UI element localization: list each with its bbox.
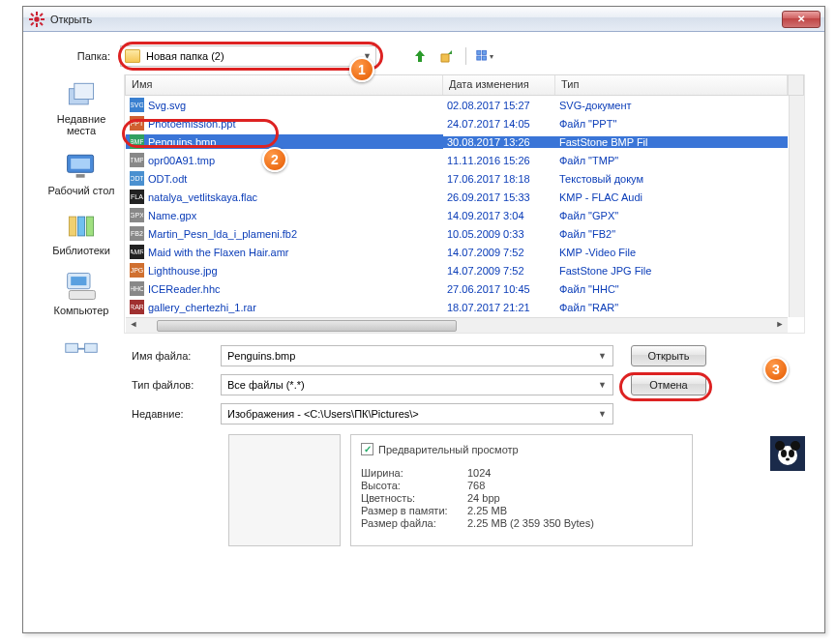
annotation-badge-3: 3 bbox=[763, 357, 789, 382]
file-row[interactable]: HHCICEReader.hhc27.06.2017 10:45Файл "HH… bbox=[126, 279, 788, 298]
recent-places-icon bbox=[62, 78, 101, 111]
file-row[interactable]: GPXName.gpx14.09.2017 3:04Файл "GPX" bbox=[126, 206, 788, 224]
preview-thumbnail bbox=[228, 434, 341, 546]
svg-point-29 bbox=[775, 441, 785, 451]
svg-point-33 bbox=[786, 458, 790, 461]
preview-checkbox-label: Предварительный просмотр bbox=[378, 444, 519, 455]
scrollbar-thumb[interactable] bbox=[157, 320, 457, 332]
file-type-icon: GPX bbox=[130, 208, 144, 222]
file-row[interactable]: BMPPenguins.bmp30.08.2017 13:26FastStone… bbox=[126, 132, 788, 151]
filetypes-label: Тип файлов: bbox=[124, 379, 221, 391]
horizontal-scrollbar[interactable]: ◄ ► bbox=[126, 317, 788, 333]
filename-label: Имя файла: bbox=[124, 350, 221, 362]
file-type-icon: RAR bbox=[130, 300, 144, 314]
svg-rect-18 bbox=[69, 217, 75, 236]
file-row[interactable]: FB2Martin_Pesn_lda_i_plameni.fb210.05.20… bbox=[126, 224, 788, 243]
file-list-header: Имя Дата изменения Тип bbox=[125, 74, 804, 96]
recent-label: Недавние: bbox=[124, 408, 221, 420]
svg-rect-20 bbox=[86, 217, 93, 236]
file-type-icon: TMP bbox=[130, 153, 144, 167]
libraries-icon bbox=[62, 210, 101, 243]
svg-point-0 bbox=[34, 16, 39, 21]
open-button[interactable]: Открыть bbox=[631, 345, 706, 366]
program-logo-icon bbox=[770, 436, 805, 471]
place-desktop[interactable]: Рабочий стол bbox=[46, 148, 116, 204]
svg-rect-24 bbox=[66, 343, 78, 352]
file-type-icon: JPG bbox=[130, 263, 144, 278]
filetypes-combo[interactable]: Все файлы (*.*) ▼ bbox=[221, 374, 613, 395]
file-row[interactable]: JPGLighthouse.jpg14.07.2009 7:52FastSton… bbox=[126, 261, 788, 279]
view-mode-icon[interactable]: ▾ bbox=[476, 47, 493, 65]
annotation-badge-1: 1 bbox=[349, 57, 374, 82]
folder-combo[interactable]: Новая папка (2) ▼ bbox=[120, 45, 376, 67]
svg-line-7 bbox=[40, 14, 43, 16]
svg-rect-16 bbox=[71, 159, 90, 169]
svg-point-31 bbox=[781, 450, 787, 457]
go-up-icon[interactable] bbox=[411, 47, 429, 65]
recent-combo[interactable]: Изображения - <C:\Users\ПК\Pictures\> ▼ bbox=[221, 403, 613, 424]
file-type-icon: ODT bbox=[130, 171, 144, 186]
file-row[interactable]: PPTPhotoemission.ppt24.07.2017 14:05Файл… bbox=[126, 114, 788, 132]
svg-rect-11 bbox=[477, 56, 481, 60]
svg-point-32 bbox=[789, 450, 794, 457]
svg-line-5 bbox=[31, 14, 34, 16]
place-libraries[interactable]: Библиотеки bbox=[46, 208, 116, 264]
file-list: Имя Дата изменения Тип SVGSvg.svg02.08.2… bbox=[124, 74, 805, 334]
svg-rect-14 bbox=[75, 83, 94, 99]
file-row[interactable]: RARgallery_chertezhi_1.rar18.07.2017 21:… bbox=[126, 298, 788, 316]
app-icon bbox=[29, 12, 45, 27]
svg-rect-10 bbox=[483, 50, 487, 54]
svg-rect-19 bbox=[77, 217, 84, 236]
column-type[interactable]: Тип bbox=[555, 75, 788, 95]
close-button[interactable]: ✕ bbox=[782, 11, 821, 28]
column-date[interactable]: Дата изменения bbox=[443, 75, 555, 95]
file-type-icon: BMP bbox=[130, 134, 144, 149]
file-row[interactable]: AMRMaid with the Flaxen Hair.amr14.07.20… bbox=[126, 243, 788, 261]
file-row[interactable]: SVGSvg.svg02.08.2017 15:27SVG-документ bbox=[126, 96, 788, 114]
file-row[interactable]: FLAnatalya_vetlitskaya.flac26.09.2017 15… bbox=[126, 188, 788, 206]
go-home-icon[interactable] bbox=[438, 47, 456, 65]
svg-rect-17 bbox=[76, 174, 85, 178]
svg-line-8 bbox=[31, 22, 34, 25]
desktop-icon bbox=[62, 150, 101, 183]
preview-info: ✓ Предварительный просмотр Ширина:1024Вы… bbox=[350, 434, 693, 546]
svg-line-6 bbox=[40, 22, 43, 25]
computer-icon bbox=[62, 270, 101, 303]
cancel-button[interactable]: Отмена bbox=[631, 374, 706, 395]
svg-rect-23 bbox=[69, 291, 95, 300]
file-type-icon: FB2 bbox=[130, 226, 144, 241]
file-type-icon: HHC bbox=[130, 281, 144, 296]
file-type-icon: PPT bbox=[130, 116, 144, 131]
window-title: Открыть bbox=[50, 14, 782, 25]
svg-rect-25 bbox=[85, 343, 98, 352]
folder-value: Новая папка (2) bbox=[146, 50, 224, 62]
svg-rect-12 bbox=[483, 56, 487, 60]
svg-rect-9 bbox=[477, 50, 481, 54]
file-type-icon: AMR bbox=[130, 245, 144, 259]
place-computer[interactable]: Компьютер bbox=[46, 268, 116, 324]
svg-rect-22 bbox=[71, 277, 86, 285]
column-name[interactable]: Имя bbox=[126, 75, 443, 95]
chevron-down-icon: ▼ bbox=[598, 409, 607, 419]
places-bar: Недавние места Рабочий стол Библиотеки К… bbox=[43, 74, 120, 546]
chevron-down-icon: ▼ bbox=[598, 351, 607, 361]
titlebar: Открыть ✕ bbox=[23, 7, 824, 32]
folder-label: Папка: bbox=[43, 50, 120, 62]
folder-icon bbox=[125, 49, 140, 63]
file-type-icon: SVG bbox=[130, 98, 144, 112]
annotation-badge-2: 2 bbox=[262, 147, 287, 172]
preview-checkbox[interactable]: ✓ bbox=[361, 443, 373, 455]
file-row[interactable]: ODTODT.odt17.06.2017 18:18Текстовый доку… bbox=[126, 169, 788, 188]
place-recent[interactable]: Недавние места bbox=[46, 76, 116, 144]
file-type-icon: FLA bbox=[130, 190, 144, 204]
file-row[interactable]: TMPopr00A91.tmp11.11.2016 15:26Файл "TMP… bbox=[126, 151, 788, 169]
network-icon bbox=[62, 330, 101, 363]
place-network[interactable] bbox=[46, 328, 116, 372]
filename-combo[interactable]: Penguins.bmp ▼ bbox=[221, 345, 613, 366]
chevron-down-icon: ▼ bbox=[598, 380, 607, 390]
vertical-scrollbar[interactable] bbox=[789, 96, 804, 317]
svg-point-30 bbox=[791, 441, 800, 451]
